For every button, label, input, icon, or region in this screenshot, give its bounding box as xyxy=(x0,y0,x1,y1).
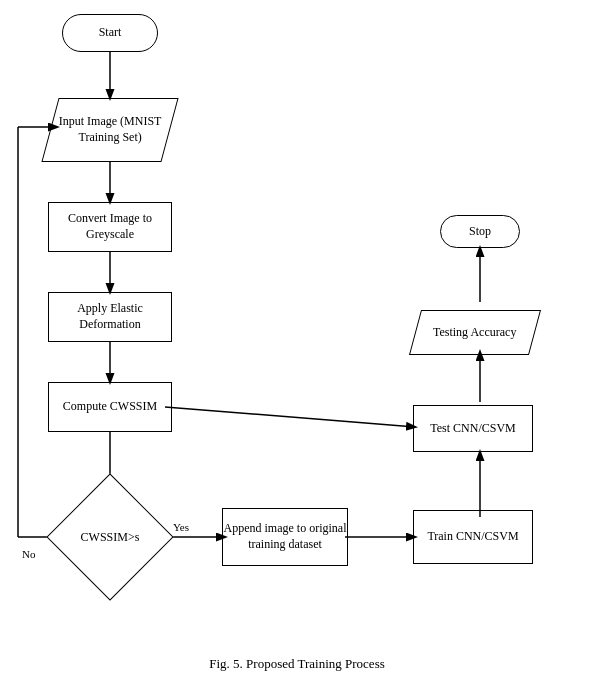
svg-line-13 xyxy=(165,407,415,427)
flowchart-diagram: Start Input Image (MNIST Training Set) C… xyxy=(0,0,594,680)
apply-elastic-shape: Apply Elastic Deformation xyxy=(48,292,172,342)
start-shape: Start xyxy=(62,14,158,52)
append-image-shape: Append image to original training datase… xyxy=(222,508,348,566)
test-cnn-shape: Test CNN/CSVM xyxy=(413,405,533,452)
stop-shape: Stop xyxy=(440,215,520,248)
convert-greyscale-shape: Convert Image to Greyscale xyxy=(48,202,172,252)
compute-cwssim-shape: Compute CWSSIM xyxy=(48,382,172,432)
yes-label: Yes xyxy=(173,521,189,533)
no-label: No xyxy=(22,548,35,560)
cwssim-decision-shape: CWSSIM>s xyxy=(20,487,200,587)
diagram-caption: Fig. 5. Proposed Training Process xyxy=(0,656,594,672)
testing-accuracy-shape: Testing Accuracy xyxy=(409,310,541,355)
train-cnn-shape: Train CNN/CSVM xyxy=(413,510,533,564)
input-image-shape: Input Image (MNIST Training Set) xyxy=(41,98,178,162)
